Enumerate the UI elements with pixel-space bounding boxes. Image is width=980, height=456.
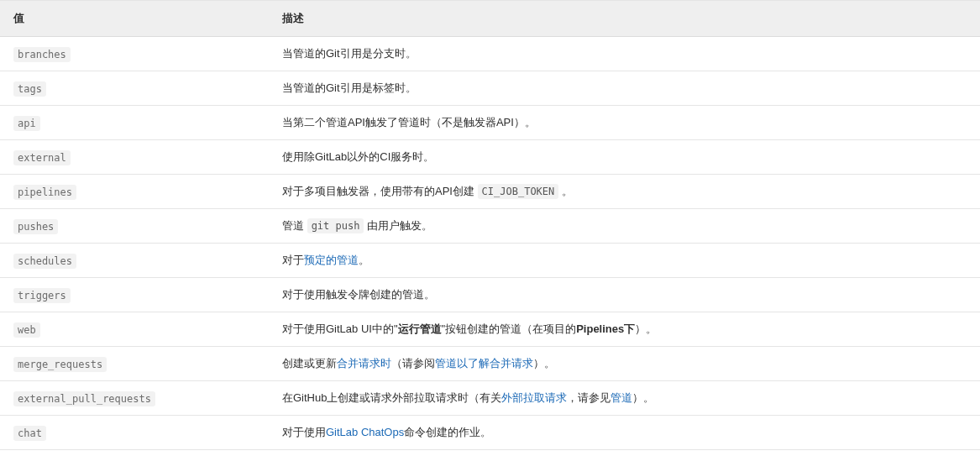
doc-link[interactable]: 预定的管道 <box>304 254 359 266</box>
text-span: 。 <box>359 254 369 266</box>
description-cell: 当管道的Git引用是分支时。 <box>269 37 980 71</box>
text-span: "按钮创建的管道（在项目的 <box>442 322 577 335</box>
table-header-row: 值 描述 <box>0 1 980 37</box>
text-span: （请参阅 <box>391 357 435 370</box>
value-cell: chat <box>0 416 269 450</box>
description-cell: 对于预定的管道。 <box>269 244 980 278</box>
value-cell: merge_requests <box>0 347 269 381</box>
table-row: api当第二个管道API触发了管道时（不是触发器API）。 <box>0 106 980 140</box>
inline-code: CI_JOB_TOKEN <box>478 184 559 199</box>
text-span: 当管道的Git引用是分支时。 <box>282 47 417 60</box>
table-row: web对于使用GitLab UI中的"运行管道"按钮创建的管道（在项目的Pipe… <box>0 312 980 347</box>
text-span: 对于多项目触发器，使用带有的API创建 <box>282 185 478 197</box>
description-cell: 当第二个管道API触发了管道时（不是触发器API）。 <box>269 106 980 140</box>
text-span: 创建或更新 <box>282 357 337 370</box>
text-span: 对于使用 <box>282 426 326 438</box>
value-cell: external <box>0 140 269 175</box>
text-span: 管道 <box>282 219 307 232</box>
table-row: pushes管道 git push 由用户触发。 <box>0 209 980 244</box>
bold-text: Pipelines下 <box>576 322 635 335</box>
value-code: branches <box>13 47 71 62</box>
value-code: external <box>13 150 71 165</box>
value-code: pipelines <box>13 185 76 200</box>
values-table: 值 描述 branches当管道的Git引用是分支时。tags当管道的Git引用… <box>0 0 980 450</box>
doc-link[interactable]: 合并请求时 <box>337 357 391 370</box>
table-row: triggers对于使用触发令牌创建的管道。 <box>0 278 980 312</box>
text-span: 当管道的Git引用是标签时。 <box>282 81 417 94</box>
description-cell: 使用除GitLab以外的CI服务时。 <box>269 140 980 175</box>
value-code: chat <box>13 426 46 441</box>
value-code: pushes <box>13 219 58 234</box>
value-cell: web <box>0 312 269 347</box>
value-cell: branches <box>0 37 269 71</box>
table-row: merge_requests创建或更新合并请求时（请参阅管道以了解合并请求）。 <box>0 347 980 381</box>
inline-code: git push <box>307 218 364 233</box>
text-span: 对于使用触发令牌创建的管道。 <box>282 288 435 301</box>
value-cell: pipelines <box>0 175 269 209</box>
text-span: 当第二个管道API触发了管道时（不是触发器API）。 <box>282 116 536 128</box>
text-span: 对于 <box>282 254 304 266</box>
text-span: 命令创建的作业。 <box>404 426 491 438</box>
value-code: merge_requests <box>13 357 107 372</box>
value-cell: pushes <box>0 209 269 244</box>
text-span: 使用除GitLab以外的CI服务时。 <box>282 150 434 163</box>
table-row: external_pull_requests在GitHub上创建或请求外部拉取请… <box>0 381 980 416</box>
value-code: web <box>13 322 40 338</box>
text-span: ）。 <box>635 322 657 335</box>
text-span: ）。 <box>533 357 555 370</box>
value-code: external_pull_requests <box>13 391 155 406</box>
description-cell: 创建或更新合并请求时（请参阅管道以了解合并请求）。 <box>269 347 980 381</box>
description-cell: 对于使用GitLab ChatOps命令创建的作业。 <box>269 416 980 450</box>
description-cell: 当管道的Git引用是标签时。 <box>269 71 980 106</box>
description-cell: 对于多项目触发器，使用带有的API创建 CI_JOB_TOKEN 。 <box>269 175 980 209</box>
table-row: tags当管道的Git引用是标签时。 <box>0 71 980 106</box>
header-value: 值 <box>0 1 269 37</box>
value-code: triggers <box>13 288 71 303</box>
value-code: api <box>13 116 40 131</box>
text-span: 由用户触发。 <box>364 219 432 232</box>
bold-text: 运行管道 <box>398 322 442 335</box>
text-span: ，请参见 <box>567 391 611 404</box>
text-span: 对于使用GitLab UI中的" <box>282 322 398 335</box>
description-cell: 对于使用触发令牌创建的管道。 <box>269 278 980 312</box>
header-description: 描述 <box>269 1 980 37</box>
doc-link[interactable]: 管道 <box>611 391 632 404</box>
doc-link[interactable]: GitLab ChatOps <box>326 426 404 438</box>
doc-link[interactable]: 管道以了解合并请求 <box>435 357 533 370</box>
description-cell: 管道 git push 由用户触发。 <box>269 209 980 244</box>
table-row: branches当管道的Git引用是分支时。 <box>0 37 980 71</box>
text-span: 。 <box>558 185 573 197</box>
value-code: tags <box>13 81 46 97</box>
doc-link[interactable]: 外部拉取请求 <box>501 391 567 404</box>
description-cell: 对于使用GitLab UI中的"运行管道"按钮创建的管道（在项目的Pipelin… <box>269 312 980 347</box>
table-row: pipelines对于多项目触发器，使用带有的API创建 CI_JOB_TOKE… <box>0 175 980 209</box>
text-span: 在GitHub上创建或请求外部拉取请求时（有关 <box>282 391 501 404</box>
value-cell: api <box>0 106 269 140</box>
text-span: ）。 <box>632 391 654 404</box>
table-row: chat对于使用GitLab ChatOps命令创建的作业。 <box>0 416 980 450</box>
value-code: schedules <box>13 254 76 269</box>
table-row: schedules对于预定的管道。 <box>0 244 980 278</box>
value-cell: external_pull_requests <box>0 381 269 416</box>
description-cell: 在GitHub上创建或请求外部拉取请求时（有关外部拉取请求，请参见管道）。 <box>269 381 980 416</box>
value-cell: triggers <box>0 278 269 312</box>
table-row: external使用除GitLab以外的CI服务时。 <box>0 140 980 175</box>
value-cell: tags <box>0 71 269 106</box>
value-cell: schedules <box>0 244 269 278</box>
